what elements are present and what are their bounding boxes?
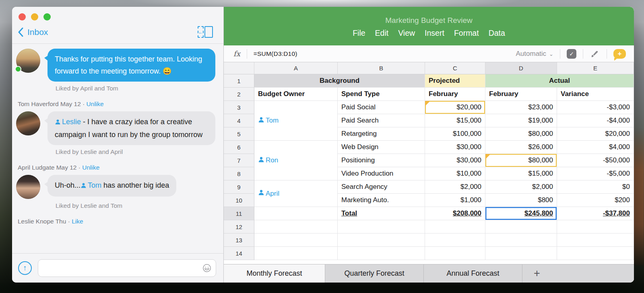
cell-D2[interactable]: February (485, 88, 557, 101)
cell-E11-total[interactable]: -$37,800 (557, 207, 634, 220)
cell-E10[interactable]: $200 (557, 194, 634, 207)
cell-B6[interactable]: Web Design (338, 141, 425, 154)
cell-C4[interactable]: $15,000 (425, 114, 485, 127)
row-header-1[interactable]: 1 (224, 74, 254, 88)
cell-C8[interactable]: $10,000 (425, 167, 485, 180)
cell-E2[interactable]: Variance (557, 88, 634, 101)
mention-tom[interactable]: Tom (80, 181, 101, 189)
menu-file[interactable]: File (353, 29, 365, 38)
cell-B7[interactable]: Positioning (338, 154, 425, 167)
row-header-3[interactable]: 3 (224, 101, 254, 114)
cell-E14[interactable] (557, 247, 634, 260)
cell-E12[interactable] (557, 220, 634, 234)
avatar-leslie[interactable] (16, 49, 40, 73)
cell-E6[interactable]: $4,000 (557, 141, 634, 154)
cell-A3-owner-tom[interactable]: Tom (254, 101, 338, 141)
tab-monthly-forecast[interactable]: Monthly Forecast (224, 264, 325, 283)
checkbox-tool-button[interactable]: ✓ (567, 49, 576, 59)
cell-E3[interactable]: -$3,000 (557, 101, 634, 114)
cell-A1-background[interactable]: Background (254, 74, 425, 88)
row-header-4[interactable]: 4 (224, 114, 254, 127)
cell-D8[interactable]: $15,000 (485, 167, 557, 180)
cell-D5[interactable]: $80,000 (485, 127, 557, 141)
row-header-11[interactable]: 11 (224, 207, 254, 220)
cell-A13[interactable] (254, 234, 338, 247)
menu-data[interactable]: Data (489, 29, 505, 38)
cell-E7[interactable]: -$50,000 (557, 154, 634, 167)
column-header-D[interactable]: D (485, 62, 557, 74)
cell-A6-owner-ron[interactable]: Ron (254, 141, 338, 180)
row-header-12[interactable]: 12 (224, 220, 254, 234)
message-input[interactable] (38, 259, 216, 277)
unlike-link[interactable]: Unlike (82, 164, 99, 171)
tab-annual-forecast[interactable]: Annual Forecast (424, 264, 522, 283)
send-button[interactable]: ↑ (18, 261, 32, 275)
row-header-2[interactable]: 2 (224, 88, 254, 101)
cell-C2[interactable]: February (425, 88, 485, 101)
cell-E4[interactable]: -$4,000 (557, 114, 634, 127)
add-sheet-button[interactable]: + (522, 264, 551, 283)
emoji-picker-icon[interactable] (202, 264, 211, 273)
row-header-13[interactable]: 13 (224, 234, 254, 247)
minimize-button[interactable] (31, 13, 38, 20)
select-all-corner[interactable] (224, 62, 254, 74)
like-link[interactable]: Like (72, 218, 83, 225)
cell-B11-total[interactable]: Total (338, 207, 425, 220)
row-header-7[interactable]: 7 (224, 154, 254, 167)
cell-C10[interactable]: $1,000 (425, 194, 485, 207)
cell-E9[interactable]: $0 (557, 180, 634, 194)
collapse-sidebar-button[interactable]: ← (198, 26, 213, 38)
cell-C6[interactable]: $30,000 (425, 141, 485, 154)
cell-C3[interactable]: $20,000 (425, 101, 485, 114)
avatar-april[interactable] (16, 175, 40, 199)
cell-C13[interactable] (425, 234, 485, 247)
cell-C1-projected[interactable]: Projected (425, 74, 485, 88)
cell-A14[interactable] (254, 247, 338, 260)
column-header-B[interactable]: B (338, 62, 425, 74)
cell-A12[interactable] (254, 220, 338, 234)
cell-D11-total-selected[interactable]: $245,800 (485, 207, 557, 220)
cell-B13[interactable] (338, 234, 425, 247)
cell-A9-owner-april[interactable]: April (254, 180, 338, 207)
column-header-A[interactable]: A (254, 62, 338, 74)
cell-B5[interactable]: Retargeting (338, 127, 425, 141)
row-header-8[interactable]: 8 (224, 167, 254, 180)
tab-quarterly-forecast[interactable]: Quarterly Forecast (325, 264, 424, 283)
cell-E13[interactable] (557, 234, 634, 247)
calc-mode-dropdown[interactable]: Automatic ⌄ (516, 50, 554, 58)
cell-D7[interactable]: $80,000 (485, 154, 557, 167)
cell-A2[interactable]: Budget Owner (254, 88, 338, 101)
cell-D1-actual[interactable]: Actual (485, 74, 634, 88)
back-to-inbox-button[interactable]: Inbox (18, 27, 48, 37)
avatar-tom[interactable] (16, 111, 40, 135)
formula-input[interactable]: =SUM(D3:D10) (254, 50, 516, 57)
unlike-link[interactable]: Unlike (87, 100, 104, 107)
cell-C14[interactable] (425, 247, 485, 260)
cell-B8[interactable]: Video Production (338, 167, 425, 180)
cell-C9[interactable]: $2,000 (425, 180, 485, 194)
cell-B10[interactable]: Marketing Auto. (338, 194, 425, 207)
column-header-C[interactable]: C (425, 62, 485, 74)
cell-E8[interactable]: -$5,000 (557, 167, 634, 180)
cell-D9[interactable]: $2,000 (485, 180, 557, 194)
cell-B9[interactable]: Search Agency (338, 180, 425, 194)
row-header-6[interactable]: 6 (224, 141, 254, 154)
mention-leslie[interactable]: Leslie (55, 118, 81, 126)
menu-insert[interactable]: Insert (425, 29, 444, 38)
cell-D3[interactable]: $23,000 (485, 101, 557, 114)
row-header-14[interactable]: 14 (224, 247, 254, 260)
menu-edit[interactable]: Edit (375, 29, 389, 38)
cell-C7[interactable]: $30,000 (425, 154, 485, 167)
cell-D14[interactable] (485, 247, 557, 260)
cell-A11[interactable] (254, 207, 338, 220)
cell-D13[interactable] (485, 234, 557, 247)
row-header-9[interactable]: 9 (224, 180, 254, 194)
add-comment-button[interactable]: + (613, 49, 626, 59)
cell-B14[interactable] (338, 247, 425, 260)
row-header-10[interactable]: 10 (224, 194, 254, 207)
cell-C5[interactable]: $100,000 (425, 127, 485, 141)
column-header-E[interactable]: E (557, 62, 634, 74)
cell-B12[interactable] (338, 220, 425, 234)
menu-view[interactable]: View (398, 29, 415, 38)
cell-B3[interactable]: Paid Social (338, 101, 425, 114)
